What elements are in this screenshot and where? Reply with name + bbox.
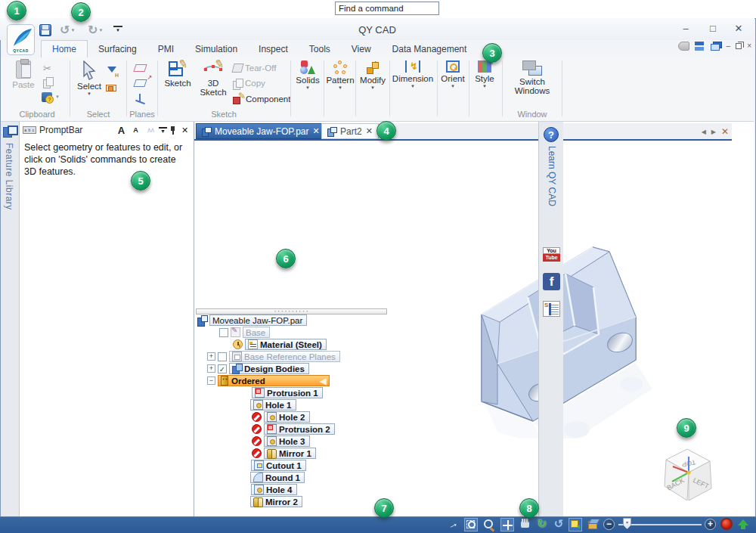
tile-windows-icon[interactable] [695,42,705,51]
paste-special-dropdown-icon[interactable]: ▼ [55,95,60,99]
font-increase-button[interactable]: A [116,125,127,136]
tree-row-protrusion-1[interactable]: Protrusion 1 [252,387,323,398]
checkbox-unchecked[interactable] [219,328,228,337]
cascade-windows-icon[interactable] [711,42,721,51]
dimension-dropdown-icon[interactable]: ▼ [411,84,415,88]
doc-tab-close-icon[interactable]: ✕ [313,126,320,136]
zoom-out-icon[interactable]: − [603,519,615,530]
tree-row-ordered[interactable]: − Ordered ◀ [207,375,330,386]
select-box-button[interactable] [106,82,116,94]
tree-row-material[interactable]: Material (Steel) [233,339,327,350]
tree-row-hole-1[interactable]: Hole 1 [250,399,296,411]
customize-quick-access-button[interactable]: ▼ [113,23,122,37]
doc-tab-part2[interactable]: Part2 ✕ [321,123,379,139]
tab-tools[interactable]: Tools [299,40,341,57]
fit-icon[interactable] [500,518,514,531]
find-command-input[interactable]: Find a command [335,2,439,15]
pattern-dropdown-icon[interactable]: ▼ [338,85,342,90]
tab-view[interactable]: View [341,40,382,57]
view-cube[interactable]: TOP BACK LEFT [649,438,725,510]
modify-button[interactable]: ↑ Modify ▼ [357,60,389,90]
copy-button[interactable] [43,76,53,88]
redo-dropdown-icon[interactable]: ▼ [98,28,103,33]
paste-button[interactable]: Paste [10,60,37,89]
tab-pmi[interactable]: PMI [147,40,184,57]
sketch-button[interactable]: ✎ Sketch [162,60,194,88]
coincident-plane-button[interactable] [135,62,146,74]
doc-close-button[interactable]: × [747,42,751,50]
doc-tab-moveable-jaw[interactable]: Moveable Jaw-FOP.par ✕ [196,123,326,139]
tab-surfacing[interactable]: Surfacing [88,40,147,57]
expand-icon[interactable]: + [207,364,215,373]
minimize-button[interactable]: – [676,22,696,36]
tab-inspect[interactable]: Inspect [248,40,299,57]
checkbox-checked[interactable]: ✓ [218,364,227,373]
cut-button[interactable]: ✂ [43,62,51,74]
tree-row-round-1[interactable]: Round 1 [250,472,305,483]
app-menu-button[interactable]: QYCAD [7,24,35,55]
style-dropdown-icon[interactable]: ▼ [482,84,487,88]
sketch-3d-button[interactable]: ✎ 3D Sketch [197,60,230,97]
doc-tab-close-icon[interactable]: ✕ [366,126,373,136]
collapse-button[interactable]: ∧∧ [144,126,156,134]
help-book-icon[interactable] [678,42,689,51]
solids-dropdown-icon[interactable]: ▼ [305,85,310,90]
sketch-copy-button[interactable]: Copy [233,77,265,89]
select-button[interactable]: Select ▼ [74,60,104,96]
orient-button[interactable]: Orient ▼ [438,60,467,88]
tree-row-base-reference-planes[interactable]: + Base Reference Planes [207,351,340,362]
zoom-area-icon[interactable] [464,518,478,531]
undo-dropdown-icon[interactable]: ▼ [70,28,75,33]
tab-data-management[interactable]: Data Management [382,40,478,57]
facebook-icon[interactable]: f [543,273,560,290]
pathfinder-splitter[interactable] [196,308,387,315]
dock-menu-button[interactable]: ▼ [159,127,167,134]
tree-row-hole-4[interactable]: Hole 4 [251,484,297,495]
coordinate-system-button[interactable] [135,92,146,104]
next-tab-icon[interactable]: ▶ [711,129,716,135]
expand-icon[interactable]: + [207,352,215,361]
close-document-icon[interactable]: ✕ [721,126,729,137]
record-icon[interactable] [720,518,733,530]
font-decrease-button[interactable]: A [130,126,141,134]
learn-qycad-link[interactable]: Learn QY CAD [547,146,557,206]
tree-row-cutout-1[interactable]: Cutout 1 [251,460,306,471]
tab-simulation[interactable]: Simulation [184,40,248,57]
modify-dropdown-icon[interactable]: ▼ [370,85,375,90]
save-button[interactable] [39,23,51,37]
youtube-icon[interactable]: You Tube [543,247,560,262]
component-button[interactable]: Component [233,93,290,105]
close-button[interactable]: ✕ [729,22,748,36]
tear-off-button[interactable]: Tear-Off [233,62,276,74]
zoom-icon[interactable] [482,518,496,531]
solids-button[interactable]: Solids ▼ [293,60,322,90]
tree-row-hole-2[interactable]: Hole 2 [252,411,310,423]
dimension-button[interactable]: Dimension ▼ [391,60,435,88]
orient-dropdown-icon[interactable]: ▼ [451,84,455,88]
collapse-icon[interactable]: − [207,377,215,385]
spin-icon[interactable]: ↺ [552,518,565,531]
doc-minimize-button[interactable]: – [727,42,731,50]
view-sheet-icon[interactable] [569,518,582,531]
undo-button[interactable]: ↺ ▼ [60,23,75,37]
doc-restore-button[interactable] [736,43,742,49]
pan-icon[interactable] [519,518,532,531]
redo-button[interactable]: ↻ ▼ [88,23,103,37]
tree-row-base[interactable]: Base [219,327,270,338]
paste-special-button[interactable]: ▼ [42,91,60,103]
pin-button[interactable] [170,126,176,135]
select-dropdown-icon[interactable]: ▼ [87,91,91,96]
promptbar-close-button[interactable]: ✕ [179,126,191,135]
spreadsheet-icon[interactable]: S [543,301,560,317]
display-box-icon[interactable] [587,518,600,531]
style-button[interactable]: Style ▼ [470,60,499,88]
tab-home[interactable]: Home [41,40,88,57]
tree-row-mirror-1[interactable]: Mirror 1 [252,448,316,459]
checkbox-unchecked[interactable] [218,352,227,361]
update-icon[interactable] [737,519,749,531]
tree-row-mirror-2[interactable]: Mirror 2 [250,496,302,507]
select-filter-button[interactable] [107,65,116,77]
prev-tab-icon[interactable]: ◀ [702,129,706,135]
tree-row-hole-3[interactable]: Hole 3 [252,435,310,447]
normal-plane-button[interactable] [135,77,146,89]
